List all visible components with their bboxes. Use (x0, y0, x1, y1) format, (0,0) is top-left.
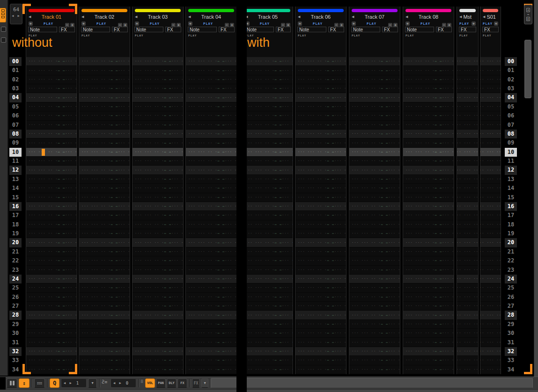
pattern-row[interactable]: ·· ··· ·· (480, 256, 501, 265)
pattern-row[interactable]: ·· ··· ·· (457, 266, 478, 275)
pattern-row[interactable]: ··· ··· ·· ·– –··· ··· ·· (186, 329, 236, 338)
pattern-row[interactable]: ··· ··· ·· ·– –··· ··· ·· (79, 293, 130, 302)
pattern-row[interactable]: ··· ··· ·· ·– –··· ··· ·· (133, 138, 183, 147)
pattern-row[interactable]: ··· ··· ·· ·– –··· ··· ·· (79, 148, 130, 157)
pattern-row[interactable]: ·· ··· ·· (480, 247, 501, 256)
dock-checkbox-1[interactable] (1, 27, 6, 32)
collapse-track-icon[interactable]: ◀ (81, 15, 84, 19)
pattern-row[interactable]: ·· ··· ·· (480, 84, 501, 93)
note-column-header[interactable]: Note (81, 27, 110, 32)
track-play-button[interactable]: PLAY (410, 22, 441, 26)
pattern-row[interactable]: ··· ··· ·· ·– –··· ··· ·· (79, 347, 130, 356)
pattern-row[interactable]: ··· ··· ·· ·– –··· ··· ·· (26, 338, 77, 347)
pattern-row[interactable]: ··· ··· ·· ·– –··· ··· ·· (186, 202, 236, 211)
collapse-track-icon[interactable]: ◀ (483, 15, 485, 19)
pattern-row[interactable]: ··· ··· ·· ·– –··· ··· ·· (243, 238, 293, 247)
pattern-row[interactable]: ··· ··· ·· ·– –··· ··· ·· (133, 211, 183, 220)
pattern-row[interactable]: ··· ··· ·· ·– –··· ··· ·· (243, 111, 293, 120)
pattern-row[interactable]: ··· ··· ·· ·– –··· ··· ·· (133, 175, 183, 184)
pattern-row[interactable]: ··· ··· ·· ·– –··· ··· ·· (26, 238, 77, 247)
pattern-row[interactable]: ··· ··· ·· ·– –··· ··· ·· (403, 57, 454, 66)
pattern-row[interactable]: ··· ··· ·· ·– –··· ··· ·· (243, 247, 293, 256)
pattern-row[interactable]: ··· ··· ·· ·– –··· ··· ·· (403, 102, 454, 111)
track-name[interactable]: Track 07 (365, 14, 384, 20)
pattern-row[interactable]: ··· ··· ·· ·– –··· ··· ·· (295, 220, 346, 229)
pattern-row[interactable]: ··· ··· ·· ·– –··· ··· ·· (403, 75, 454, 84)
pattern-row[interactable]: ··· ··· ·· ·– –··· ··· ·· (349, 111, 400, 120)
note-column-header[interactable]: Note (405, 27, 434, 32)
pattern-row[interactable]: ·· ··· ·· (480, 266, 501, 275)
fx-column-header[interactable]: FX (59, 27, 75, 32)
track-play-button[interactable]: PLAY (139, 22, 170, 26)
pattern-row[interactable]: ··· ··· ·· ·– –··· ··· ·· (295, 283, 346, 292)
pattern-row[interactable]: ··· ··· ·· ·– –··· ··· ·· (79, 84, 130, 93)
pattern-row[interactable]: ··· ··· ·· ·– –··· ··· ·· (186, 166, 236, 174)
pattern-row[interactable]: ·· ··· ·· (457, 138, 478, 147)
pattern-row[interactable]: ··· ··· ·· ·– –··· ··· ·· (186, 283, 236, 292)
collapse-track-icon[interactable]: ◀ (405, 15, 408, 19)
pattern-row[interactable]: ·· ··· ·· (457, 184, 478, 193)
pattern-row[interactable]: ··· ··· ·· ·– –··· ··· ·· (243, 338, 293, 347)
pattern-row[interactable]: ·· ··· ·· (457, 130, 478, 138)
pattern-row[interactable]: ··· ··· ·· ·– –··· ··· ·· (403, 329, 454, 338)
pattern-row[interactable]: ··· ··· ·· ·– –··· ··· ·· (295, 175, 346, 184)
pattern-row[interactable]: ··· ··· ·· ·– –··· ··· ·· (349, 130, 400, 138)
pattern-row[interactable]: ··· ··· ·· ·– –··· ··· ·· (403, 338, 454, 347)
pattern-row[interactable]: ··· ··· ·· ·– –··· ··· ·· (295, 347, 346, 356)
pattern-row[interactable]: ·· ··· ·· (457, 302, 478, 311)
pattern-row[interactable]: ··· ··· ·· ·– –··· ··· ·· (26, 184, 77, 193)
quantize-dropdown-button[interactable]: ▼ (88, 378, 97, 388)
track-play-button[interactable]: PLAY (250, 22, 280, 26)
pattern-row[interactable]: ··· ··· ·· ·– –··· ··· ·· (295, 193, 346, 202)
pattern-row[interactable]: ··· ··· ·· ·– –··· ··· ·· (133, 66, 183, 75)
track-name[interactable]: Track 03 (148, 14, 168, 20)
pattern-row[interactable]: ··· ··· ·· ·– –··· ··· ·· (295, 302, 346, 311)
pattern-row[interactable]: ··· ··· ·· ·– –··· ··· ·· (186, 75, 236, 84)
pattern-matrix-button[interactable]: ∷∷ (34, 378, 45, 388)
note-column-header[interactable]: Note (134, 27, 163, 32)
pattern-row[interactable]: ··· ··· ·· ·– –··· ··· ·· (26, 266, 77, 275)
pattern-lines-box[interactable]: 64 ◀ ▶ (10, 4, 22, 24)
pattern-row[interactable]: ··· ··· ·· ·– –··· ··· ·· (133, 365, 183, 374)
pattern-row[interactable]: ··· ··· ·· ·– –··· ··· ·· (349, 266, 400, 275)
pattern-row[interactable]: ··· ··· ·· ·– –··· ··· ·· (295, 293, 346, 302)
pattern-row[interactable]: ··· ··· ·· ·– –··· ··· ·· (295, 57, 346, 66)
pattern-row[interactable]: ·· ··· ·· (457, 347, 478, 356)
add-fx-column-button[interactable]: + (472, 22, 476, 26)
fx-chain-button[interactable]: FX (192, 378, 200, 388)
pattern-row[interactable]: ··· ··· ·· ·– –··· ··· ·· (186, 256, 236, 265)
pattern-row[interactable]: ··· ··· ·· ·– –··· ··· ·· (186, 275, 236, 283)
pattern-row[interactable]: ··· ··· ·· ·– –··· ··· ·· (186, 365, 236, 374)
pattern-row[interactable]: ··· ··· ·· ·– –··· ··· ·· (133, 84, 183, 93)
fx-chain-dropdown-button[interactable]: ▼ (201, 378, 208, 388)
pattern-row[interactable]: ·· ··· ·· (480, 66, 501, 75)
pattern-row[interactable]: ··· ··· ·· ·– –··· ··· ·· (186, 148, 236, 157)
add-note-column-button[interactable]: + (135, 22, 139, 26)
pattern-row[interactable]: ··· ··· ·· ·– –··· ··· ·· (26, 275, 77, 283)
pattern-row[interactable]: ··· ··· ·· ·– –··· ··· ·· (349, 75, 400, 84)
horizontal-scrollbar-thumb[interactable] (211, 378, 533, 388)
pattern-row[interactable]: ·· ··· ·· (457, 84, 478, 93)
pattern-row[interactable]: ··· ··· ·· ·– –··· ··· ·· (403, 130, 454, 138)
pattern-row[interactable]: ··· ··· ·· ·– –··· ··· ·· (403, 302, 454, 311)
pattern-row[interactable]: ··· ··· ·· ·– –··· ··· ·· (186, 157, 236, 166)
pattern-row[interactable]: ··· ··· ·· ·– –··· ··· ·· (349, 193, 400, 202)
pattern-row[interactable]: ··· ··· ·· ·– –··· ··· ·· (186, 93, 236, 102)
toggle-vol-column-button[interactable]: VOL (145, 378, 155, 388)
vertical-zoom-button[interactable]: ⇕ (19, 378, 29, 388)
pattern-row[interactable]: ··· ··· ·· ·– –··· ··· ·· (349, 256, 400, 265)
pattern-row[interactable]: ·· ··· ·· (480, 238, 501, 247)
pattern-row[interactable]: ·· ··· ·· (480, 365, 501, 374)
pattern-row[interactable]: ··· ··· ·· ·– –··· ··· ·· (79, 247, 130, 256)
pattern-row[interactable]: ··· ··· ·· ·– –··· ··· ·· (186, 347, 236, 356)
pattern-row[interactable]: ··· ··· ·· ·– –··· ··· ·· (403, 175, 454, 184)
pattern-row[interactable]: ··· ··· ·· ·– –··· ··· ·· (243, 266, 293, 275)
note-column-header[interactable]: Note (297, 27, 326, 32)
pattern-row[interactable]: ··· ··· ·· ·– –··· ··· ·· (79, 102, 130, 111)
pattern-row[interactable]: ··· ··· ·· ·– –··· ··· ·· (26, 247, 77, 256)
pattern-row[interactable]: ·· ··· ·· (480, 356, 501, 365)
track-play-button[interactable]: PLAY (459, 22, 469, 26)
pattern-row[interactable]: ··· ··· ·· ·– –··· ··· ·· (403, 293, 454, 302)
pattern-row[interactable]: ··· ··· ·· ·– –··· ··· ·· (26, 320, 77, 329)
pattern-row[interactable]: ·· ··· ·· (480, 157, 501, 166)
